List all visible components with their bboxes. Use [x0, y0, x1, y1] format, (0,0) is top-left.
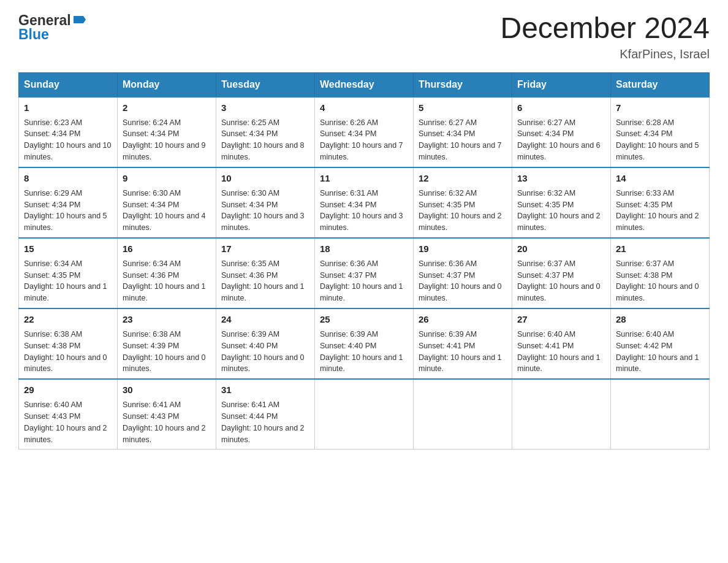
calendar-cell: 14Sunrise: 6:33 AMSunset: 4:35 PMDayligh…	[611, 167, 710, 238]
day-info: Sunrise: 6:27 AMSunset: 4:34 PMDaylight:…	[419, 118, 502, 162]
calendar-header-row: SundayMondayTuesdayWednesdayThursdayFrid…	[19, 72, 710, 97]
col-header-friday: Friday	[512, 72, 611, 97]
calendar-cell	[611, 379, 710, 450]
day-number: 8	[24, 172, 112, 185]
day-number: 6	[517, 101, 605, 115]
day-number: 17	[221, 242, 309, 256]
day-number: 9	[123, 172, 211, 185]
day-number: 22	[24, 313, 112, 326]
calendar-cell: 18Sunrise: 6:36 AMSunset: 4:37 PMDayligh…	[315, 238, 414, 308]
calendar-cell: 9Sunrise: 6:30 AMSunset: 4:34 PMDaylight…	[118, 167, 216, 238]
calendar-cell: 2Sunrise: 6:24 AMSunset: 4:34 PMDaylight…	[118, 97, 216, 167]
calendar-week-row: 8Sunrise: 6:29 AMSunset: 4:34 PMDaylight…	[19, 167, 710, 238]
col-header-saturday: Saturday	[611, 72, 710, 97]
day-info: Sunrise: 6:40 AMSunset: 4:42 PMDaylight:…	[616, 330, 699, 373]
calendar-cell: 6Sunrise: 6:27 AMSunset: 4:34 PMDaylight…	[512, 97, 611, 167]
calendar-week-row: 15Sunrise: 6:34 AMSunset: 4:35 PMDayligh…	[19, 238, 710, 308]
day-number: 26	[419, 313, 507, 326]
calendar-cell: 26Sunrise: 6:39 AMSunset: 4:41 PMDayligh…	[414, 308, 512, 379]
title-area: December 2024 KfarPines, Israel	[500, 12, 710, 61]
day-info: Sunrise: 6:39 AMSunset: 4:40 PMDaylight:…	[320, 330, 403, 373]
calendar-cell: 25Sunrise: 6:39 AMSunset: 4:40 PMDayligh…	[315, 308, 414, 379]
day-info: Sunrise: 6:33 AMSunset: 4:35 PMDaylight:…	[616, 189, 699, 232]
day-number: 24	[221, 313, 309, 326]
day-number: 4	[320, 101, 408, 115]
day-number: 11	[320, 172, 408, 185]
calendar-cell: 1Sunrise: 6:23 AMSunset: 4:34 PMDaylight…	[19, 97, 118, 167]
day-number: 29	[24, 383, 112, 397]
day-info: Sunrise: 6:39 AMSunset: 4:40 PMDaylight:…	[221, 330, 305, 373]
calendar-title: December 2024	[500, 12, 710, 45]
calendar-cell: 3Sunrise: 6:25 AMSunset: 4:34 PMDaylight…	[216, 97, 315, 167]
calendar-cell: 31Sunrise: 6:41 AMSunset: 4:44 PMDayligh…	[216, 379, 315, 450]
day-info: Sunrise: 6:38 AMSunset: 4:39 PMDaylight:…	[123, 330, 206, 373]
col-header-sunday: Sunday	[19, 72, 118, 97]
day-info: Sunrise: 6:39 AMSunset: 4:41 PMDaylight:…	[419, 330, 502, 373]
day-info: Sunrise: 6:25 AMSunset: 4:34 PMDaylight:…	[221, 118, 305, 162]
calendar-cell: 8Sunrise: 6:29 AMSunset: 4:34 PMDaylight…	[19, 167, 118, 238]
calendar-cell: 30Sunrise: 6:41 AMSunset: 4:43 PMDayligh…	[118, 379, 216, 450]
day-number: 1	[24, 101, 112, 115]
calendar-cell: 21Sunrise: 6:37 AMSunset: 4:38 PMDayligh…	[611, 238, 710, 308]
day-number: 7	[616, 101, 704, 115]
day-number: 30	[123, 383, 211, 397]
day-number: 3	[221, 101, 309, 115]
day-number: 23	[123, 313, 211, 326]
day-number: 31	[221, 383, 309, 397]
day-info: Sunrise: 6:26 AMSunset: 4:34 PMDaylight:…	[320, 118, 403, 162]
calendar-cell: 19Sunrise: 6:36 AMSunset: 4:37 PMDayligh…	[414, 238, 512, 308]
day-info: Sunrise: 6:30 AMSunset: 4:34 PMDaylight:…	[123, 189, 206, 232]
calendar-cell: 24Sunrise: 6:39 AMSunset: 4:40 PMDayligh…	[216, 308, 315, 379]
svg-marker-0	[74, 16, 83, 23]
day-number: 15	[24, 242, 112, 256]
day-info: Sunrise: 6:37 AMSunset: 4:37 PMDaylight:…	[517, 259, 601, 303]
day-number: 18	[320, 242, 408, 256]
day-info: Sunrise: 6:37 AMSunset: 4:38 PMDaylight:…	[616, 259, 699, 303]
calendar-week-row: 22Sunrise: 6:38 AMSunset: 4:38 PMDayligh…	[19, 308, 710, 379]
col-header-thursday: Thursday	[414, 72, 512, 97]
day-number: 2	[123, 101, 211, 115]
day-info: Sunrise: 6:40 AMSunset: 4:43 PMDaylight:…	[24, 400, 107, 444]
day-info: Sunrise: 6:28 AMSunset: 4:34 PMDaylight:…	[616, 118, 699, 162]
day-info: Sunrise: 6:41 AMSunset: 4:44 PMDaylight:…	[221, 400, 305, 444]
calendar-cell: 12Sunrise: 6:32 AMSunset: 4:35 PMDayligh…	[414, 167, 512, 238]
calendar-cell: 28Sunrise: 6:40 AMSunset: 4:42 PMDayligh…	[611, 308, 710, 379]
day-info: Sunrise: 6:30 AMSunset: 4:34 PMDaylight:…	[221, 189, 305, 232]
day-info: Sunrise: 6:23 AMSunset: 4:34 PMDaylight:…	[24, 118, 111, 162]
calendar-cell: 20Sunrise: 6:37 AMSunset: 4:37 PMDayligh…	[512, 238, 611, 308]
calendar-cell: 13Sunrise: 6:32 AMSunset: 4:35 PMDayligh…	[512, 167, 611, 238]
svg-marker-1	[83, 16, 86, 23]
calendar-week-row: 29Sunrise: 6:40 AMSunset: 4:43 PMDayligh…	[19, 379, 710, 450]
day-info: Sunrise: 6:32 AMSunset: 4:35 PMDaylight:…	[419, 189, 502, 232]
day-number: 16	[123, 242, 211, 256]
col-header-tuesday: Tuesday	[216, 72, 315, 97]
day-info: Sunrise: 6:38 AMSunset: 4:38 PMDaylight:…	[24, 330, 107, 373]
calendar-cell: 17Sunrise: 6:35 AMSunset: 4:36 PMDayligh…	[216, 238, 315, 308]
calendar-table: SundayMondayTuesdayWednesdayThursdayFrid…	[18, 72, 710, 450]
calendar-cell: 5Sunrise: 6:27 AMSunset: 4:34 PMDaylight…	[414, 97, 512, 167]
calendar-cell: 10Sunrise: 6:30 AMSunset: 4:34 PMDayligh…	[216, 167, 315, 238]
page-header: General Blue December 2024 KfarPines, Is…	[18, 12, 710, 61]
day-number: 28	[616, 313, 704, 326]
day-info: Sunrise: 6:29 AMSunset: 4:34 PMDaylight:…	[24, 189, 107, 232]
day-number: 27	[517, 313, 605, 326]
day-info: Sunrise: 6:40 AMSunset: 4:41 PMDaylight:…	[517, 330, 601, 373]
day-number: 12	[419, 172, 507, 185]
col-header-monday: Monday	[118, 72, 216, 97]
calendar-week-row: 1Sunrise: 6:23 AMSunset: 4:34 PMDaylight…	[19, 97, 710, 167]
day-number: 14	[616, 172, 704, 185]
day-info: Sunrise: 6:36 AMSunset: 4:37 PMDaylight:…	[419, 259, 502, 303]
day-number: 10	[221, 172, 309, 185]
day-number: 25	[320, 313, 408, 326]
day-info: Sunrise: 6:32 AMSunset: 4:35 PMDaylight:…	[517, 189, 601, 232]
calendar-cell: 16Sunrise: 6:34 AMSunset: 4:36 PMDayligh…	[118, 238, 216, 308]
calendar-cell: 29Sunrise: 6:40 AMSunset: 4:43 PMDayligh…	[19, 379, 118, 450]
day-number: 19	[419, 242, 507, 256]
calendar-cell: 15Sunrise: 6:34 AMSunset: 4:35 PMDayligh…	[19, 238, 118, 308]
calendar-cell	[315, 379, 414, 450]
day-info: Sunrise: 6:27 AMSunset: 4:34 PMDaylight:…	[517, 118, 601, 162]
calendar-cell: 22Sunrise: 6:38 AMSunset: 4:38 PMDayligh…	[19, 308, 118, 379]
day-number: 5	[419, 101, 507, 115]
day-info: Sunrise: 6:34 AMSunset: 4:35 PMDaylight:…	[24, 259, 107, 303]
day-number: 21	[616, 242, 704, 256]
